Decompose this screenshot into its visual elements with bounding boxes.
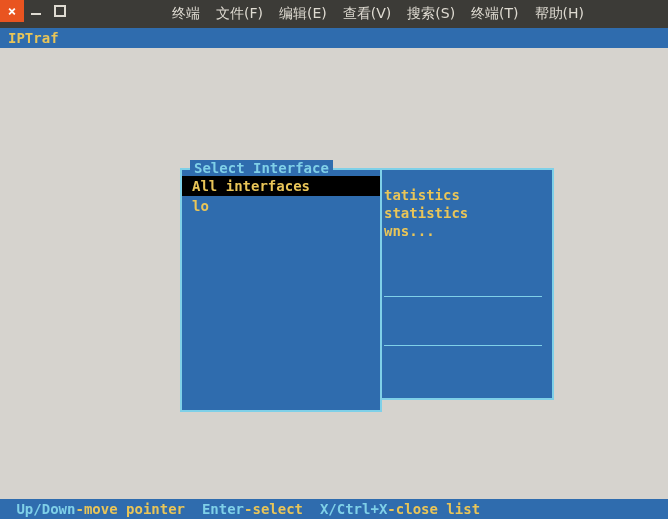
back-panel-line: tatistics [384, 186, 542, 204]
hint-text: -move pointer [75, 501, 201, 517]
svg-rect-1 [55, 6, 65, 16]
menu-terminal[interactable]: 终端(T) [471, 5, 518, 23]
hint-key-updown: Up/Down [16, 501, 75, 517]
interface-item-all[interactable]: All interfaces [182, 176, 380, 196]
background-menu-panel: tatistics statistics wns... [378, 168, 554, 400]
hint-key-enter: Enter [202, 501, 244, 517]
menu-view[interactable]: 查看(V) [343, 5, 392, 23]
menubar: 终端 文件(F) 编辑(E) 查看(V) 搜索(S) 终端(T) 帮助(H) [72, 0, 584, 28]
maximize-button[interactable] [48, 0, 72, 22]
interface-item-lo[interactable]: lo [182, 196, 380, 216]
interface-list[interactable]: All interfaces lo [182, 170, 380, 216]
menu-terminal-label[interactable]: 终端 [172, 5, 200, 23]
svg-rect-0 [31, 13, 41, 15]
status-bar: Up/Down-move pointer Enter-select X/Ctrl… [0, 499, 668, 519]
menu-edit[interactable]: 编辑(E) [279, 5, 327, 23]
menu-search[interactable]: 搜索(S) [407, 5, 455, 23]
app-title: IPTraf [0, 28, 668, 48]
back-panel-line: statistics [384, 204, 542, 222]
separator [384, 345, 542, 346]
dialog-title: Select Interface [190, 160, 333, 176]
hint-text: -close list [387, 501, 480, 517]
close-button[interactable]: × [0, 0, 24, 22]
hint-text: -select [244, 501, 320, 517]
menu-file[interactable]: 文件(F) [216, 5, 263, 23]
select-interface-dialog: Select Interface All interfaces lo [180, 168, 382, 412]
terminal-area: IPTraf tatistics statistics wns... Selec… [0, 28, 668, 519]
hint-key-x: X/Ctrl+X [320, 501, 387, 517]
separator [384, 296, 542, 297]
menu-help[interactable]: 帮助(H) [535, 5, 584, 23]
back-panel-line: wns... [384, 222, 542, 240]
minimize-button[interactable] [24, 0, 48, 22]
window-titlebar: × 终端 文件(F) 编辑(E) 查看(V) 搜索(S) 终端(T) 帮助(H) [0, 0, 668, 28]
